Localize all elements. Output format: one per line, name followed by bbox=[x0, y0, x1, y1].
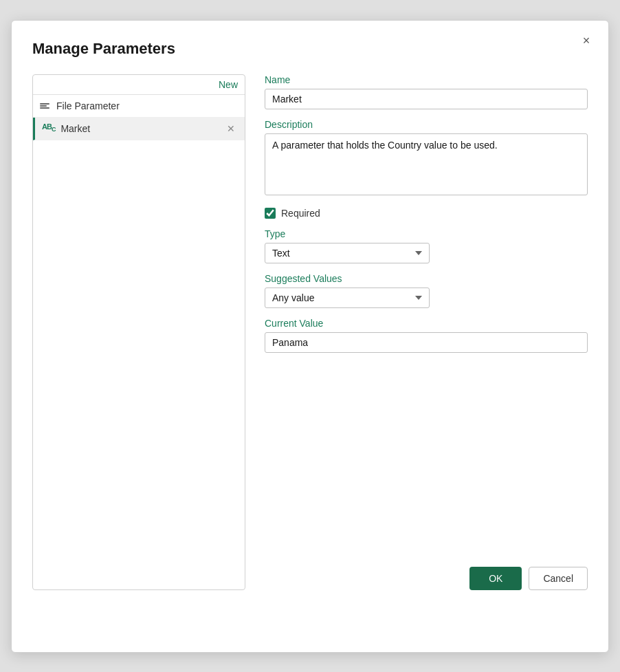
dialog-body: New File Parameter ABC Market ✕ bbox=[32, 74, 588, 590]
current-value-field-group: Current Value bbox=[265, 318, 588, 353]
list-item[interactable]: ABC Market ✕ bbox=[33, 118, 245, 140]
file-parameter-label: File Parameter bbox=[56, 100, 238, 111]
name-label: Name bbox=[265, 74, 588, 85]
abc-icon: ABC bbox=[42, 123, 55, 133]
suggested-values-field-group: Suggested Values Any value List of value… bbox=[265, 273, 588, 308]
name-field-group: Name bbox=[265, 74, 588, 109]
ok-button[interactable]: OK bbox=[469, 567, 522, 590]
new-link-row: New bbox=[33, 75, 245, 95]
list-item[interactable]: File Parameter bbox=[33, 95, 245, 118]
dialog-title: Manage Parameters bbox=[32, 40, 588, 58]
delete-parameter-button[interactable]: ✕ bbox=[224, 124, 238, 133]
suggested-values-select[interactable]: Any value List of values Query bbox=[265, 288, 430, 308]
cancel-button[interactable]: Cancel bbox=[529, 567, 588, 590]
required-label: Required bbox=[281, 208, 320, 219]
description-textarea[interactable]: A parameter that holds the Country value… bbox=[265, 133, 588, 195]
parameters-list-panel: New File Parameter ABC Market ✕ bbox=[32, 74, 245, 590]
close-button[interactable]: × bbox=[577, 32, 596, 51]
suggested-values-label: Suggested Values bbox=[265, 273, 588, 284]
parameter-list: File Parameter ABC Market ✕ bbox=[33, 95, 245, 140]
current-value-label: Current Value bbox=[265, 318, 588, 329]
manage-parameters-dialog: × Manage Parameters New File Parameter bbox=[11, 20, 609, 653]
list-icon bbox=[40, 103, 51, 109]
name-input[interactable] bbox=[265, 89, 588, 109]
required-checkbox[interactable] bbox=[265, 208, 276, 219]
description-label: Description bbox=[265, 119, 588, 130]
type-select[interactable]: Text Number Date Date/Time True/False Bi… bbox=[265, 243, 430, 263]
required-row: Required bbox=[265, 208, 588, 219]
dialog-footer: OK Cancel bbox=[265, 546, 588, 590]
new-parameter-button[interactable]: New bbox=[219, 79, 238, 90]
description-field-group: Description A parameter that holds the C… bbox=[265, 119, 588, 198]
market-label: Market bbox=[60, 123, 219, 134]
parameter-details-panel: Name Description A parameter that holds … bbox=[245, 74, 588, 590]
type-label: Type bbox=[265, 228, 588, 239]
current-value-input[interactable] bbox=[265, 332, 588, 353]
type-field-group: Type Text Number Date Date/Time True/Fal… bbox=[265, 228, 588, 263]
